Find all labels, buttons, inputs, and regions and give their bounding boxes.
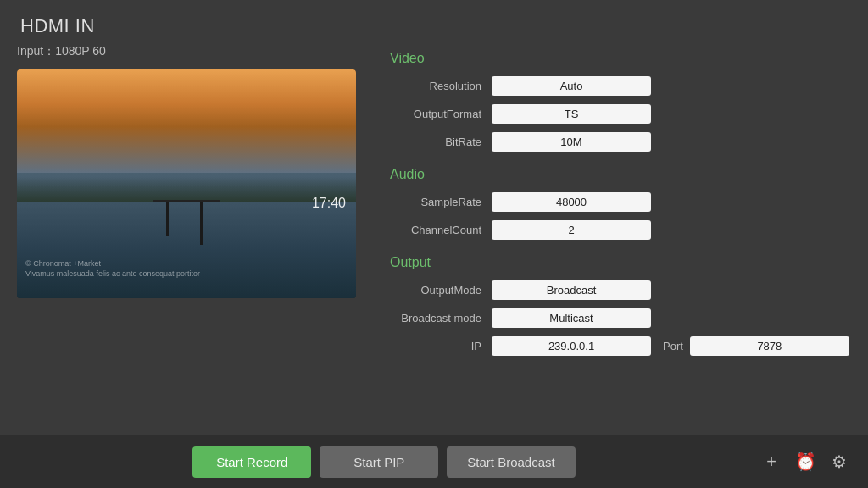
video-section-title: Video <box>390 51 851 66</box>
resolution-input[interactable] <box>492 76 651 96</box>
outputformat-input[interactable] <box>492 104 651 124</box>
settings-icon[interactable]: ⚙ <box>827 450 851 474</box>
ip-label: IP <box>390 340 492 352</box>
start-broadcast-button[interactable]: Start Broadcast <box>447 446 575 478</box>
channelcount-input[interactable] <box>492 220 651 240</box>
outputmode-label: OutputMode <box>390 284 492 297</box>
port-label: Port <box>663 340 683 352</box>
outputmode-input[interactable] <box>492 280 651 300</box>
preview-container: 17:40 © Chronomat +Market Vivamus malesu… <box>17 69 356 298</box>
output-section-title: Output <box>390 255 851 270</box>
add-icon[interactable]: + <box>760 450 783 474</box>
preview-time: 17:40 <box>312 196 346 211</box>
channelcount-row: ChannelCount <box>390 220 851 240</box>
ip-port-row: IP Port <box>390 336 851 356</box>
broadcastmode-label: Broadcast mode <box>390 312 492 324</box>
broadcastmode-row: Broadcast mode <box>390 308 851 328</box>
preview-image: 17:40 © Chronomat +Market Vivamus malesu… <box>17 69 356 298</box>
start-record-button[interactable]: Start Record <box>192 446 311 478</box>
mountain-silhouette <box>17 177 356 202</box>
preview-watermark: © Chronomat +Market Vivamus malesuada fe… <box>25 258 200 280</box>
audio-section-title: Audio <box>390 167 851 182</box>
broadcastmode-input[interactable] <box>492 308 651 328</box>
outputformat-label: OutputFormat <box>390 108 492 120</box>
ip-input[interactable] <box>492 336 651 356</box>
dock-post-left <box>166 202 169 236</box>
right-panel: Video Resolution OutputFormat BitRate Au… <box>390 44 851 364</box>
bitrate-label: BitRate <box>390 136 492 148</box>
page-title: HDMI IN <box>20 15 848 37</box>
outputmode-row: OutputMode <box>390 280 851 300</box>
bottom-icons: + ⏰ ⚙ <box>760 450 851 474</box>
bitrate-input[interactable] <box>492 132 651 152</box>
bitrate-row: BitRate <box>390 132 851 152</box>
channelcount-label: ChannelCount <box>390 224 492 236</box>
start-pip-button[interactable]: Start PIP <box>320 446 438 478</box>
outputformat-row: OutputFormat <box>390 104 851 124</box>
resolution-row: Resolution <box>390 76 851 96</box>
input-label: Input：1080P 60 <box>17 44 373 59</box>
clock-icon[interactable]: ⏰ <box>793 450 817 474</box>
port-input[interactable] <box>690 336 849 356</box>
dock-platform <box>153 200 220 202</box>
samplerate-row: SampleRate <box>390 192 851 212</box>
bottom-bar: Start Record Start PIP Start Broadcast +… <box>0 435 868 488</box>
samplerate-input[interactable] <box>492 192 651 212</box>
action-buttons: Start Record Start PIP Start Broadcast <box>17 446 751 478</box>
dock-post-right <box>200 202 203 245</box>
left-panel: Input：1080P 60 17:40 © Chronomat +Market… <box>17 44 373 364</box>
samplerate-label: SampleRate <box>390 196 492 208</box>
resolution-label: Resolution <box>390 80 492 92</box>
